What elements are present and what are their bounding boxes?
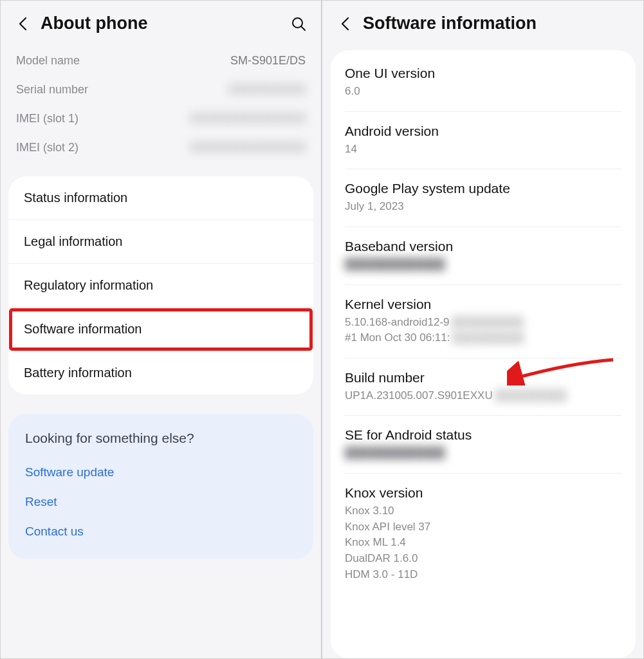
info-label: IMEI (slot 2) bbox=[16, 141, 78, 154]
info-label: Serial number bbox=[16, 83, 88, 97]
info-value: SM-S901E/DS bbox=[230, 54, 306, 68]
sw-item-value: UP1A.231005.007.S901EXXU bbox=[345, 388, 621, 404]
sw-item-value: 6.0 bbox=[345, 84, 621, 100]
suggestions-title: Looking for something else? bbox=[25, 431, 297, 446]
info-row: IMEI (slot 1)XXXXXXXXXXXXXXX bbox=[16, 104, 306, 133]
info-row: IMEI (slot 2)XXXXXXXXXXXXXXX bbox=[16, 133, 306, 162]
page-title: About phone bbox=[41, 14, 280, 33]
sw-item-value: 5.10.168-android12-9#1 Mon Oct 30 06:11: bbox=[345, 315, 621, 346]
chevron-left-icon bbox=[18, 17, 27, 31]
suggestions-card: Looking for something else? Software upd… bbox=[8, 414, 313, 559]
menu-item-software-information[interactable]: Software information bbox=[8, 308, 313, 351]
suggest-link-reset[interactable]: Reset bbox=[25, 487, 297, 517]
device-info-list: Model nameSM-S901E/DSSerial numberXXXXXX… bbox=[1, 42, 321, 176]
about-menu-card: Status informationLegal informationRegul… bbox=[8, 176, 313, 394]
sw-item-value: ████████████ bbox=[345, 445, 621, 461]
sw-item-label: Baseband version bbox=[345, 239, 621, 254]
header: Software information bbox=[323, 1, 643, 42]
info-row: Serial numberXXXXXXXXXX bbox=[16, 75, 306, 104]
menu-item-battery-information[interactable]: Battery information bbox=[8, 351, 313, 394]
info-row: Model nameSM-S901E/DS bbox=[16, 46, 306, 75]
chevron-left-icon bbox=[340, 17, 349, 31]
info-value: XXXXXXXXXXXXXXX bbox=[190, 112, 306, 125]
info-label: IMEI (slot 1) bbox=[16, 112, 78, 125]
sw-item-android-version[interactable]: Android version14 bbox=[345, 112, 621, 170]
info-value: XXXXXXXXXXXXXXX bbox=[190, 141, 306, 154]
sw-item-value: Knox 3.10 Knox API level 37 Knox ML 1.4 … bbox=[345, 503, 621, 582]
sw-item-value: 14 bbox=[345, 142, 621, 158]
sw-item-label: Android version bbox=[345, 124, 621, 139]
search-button[interactable] bbox=[289, 14, 308, 33]
info-label: Model name bbox=[16, 54, 80, 68]
sw-item-se-for-android-status[interactable]: SE for Android status████████████ bbox=[345, 416, 621, 474]
software-information-screen: Software information One UI version6.0An… bbox=[323, 1, 643, 658]
page-title: Software information bbox=[363, 14, 630, 33]
suggest-link-software-update[interactable]: Software update bbox=[25, 458, 297, 487]
suggest-link-contact-us[interactable]: Contact us bbox=[25, 517, 297, 546]
sw-item-kernel-version[interactable]: Kernel version5.10.168-android12-9#1 Mon… bbox=[345, 285, 621, 358]
menu-item-regulatory-information[interactable]: Regulatory information bbox=[8, 264, 313, 308]
about-phone-screen: About phone Model nameSM-S901E/DSSerial … bbox=[1, 1, 322, 658]
search-icon bbox=[291, 16, 306, 32]
sw-item-build-number[interactable]: Build numberUP1A.231005.007.S901EXXU bbox=[345, 358, 621, 416]
sw-item-label: Knox version bbox=[345, 485, 621, 501]
sw-item-label: Kernel version bbox=[345, 297, 621, 312]
sw-item-one-ui-version[interactable]: One UI version6.0 bbox=[345, 54, 621, 112]
back-button[interactable] bbox=[336, 15, 354, 33]
info-value: XXXXXXXXXX bbox=[228, 83, 306, 97]
software-info-card: One UI version6.0Android version14Google… bbox=[331, 50, 636, 658]
sw-item-knox-version[interactable]: Knox versionKnox 3.10 Knox API level 37 … bbox=[345, 474, 621, 594]
header: About phone bbox=[1, 1, 321, 42]
sw-item-google-play-system-update[interactable]: Google Play system updateJuly 1, 2023 bbox=[345, 169, 621, 227]
svg-line-1 bbox=[301, 26, 305, 30]
sw-item-label: Build number bbox=[345, 370, 621, 385]
sw-item-label: One UI version bbox=[345, 66, 621, 81]
back-button[interactable] bbox=[14, 15, 32, 33]
sw-item-label: SE for Android status bbox=[345, 427, 621, 443]
sw-item-label: Google Play system update bbox=[345, 181, 621, 196]
menu-item-status-information[interactable]: Status information bbox=[8, 176, 313, 220]
menu-item-legal-information[interactable]: Legal information bbox=[8, 220, 313, 264]
sw-item-value: ████████████ bbox=[345, 257, 621, 273]
sw-item-value: July 1, 2023 bbox=[345, 199, 621, 215]
sw-item-baseband-version[interactable]: Baseband version████████████ bbox=[345, 227, 621, 285]
